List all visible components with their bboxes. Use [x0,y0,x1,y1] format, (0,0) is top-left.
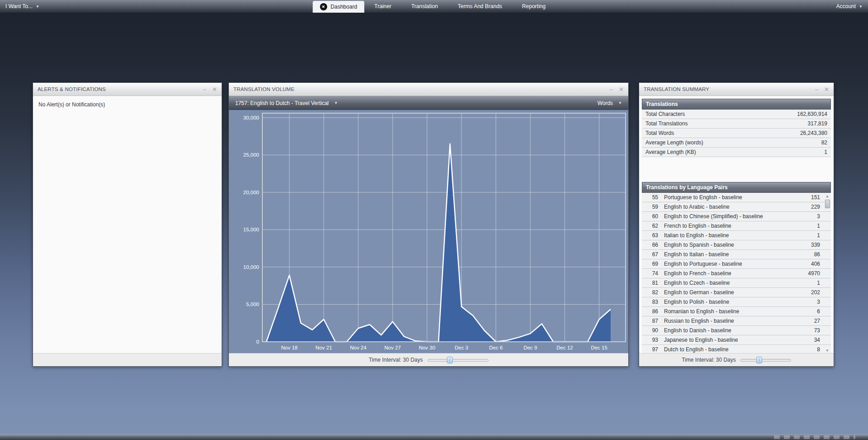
tab-label: Trainer [375,3,392,10]
summary-panel-footer: Time Interval: 30 Days [639,353,834,366]
chevron-down-icon: ▼ [36,0,39,13]
language-pairs-section-header: Translations by Language Pairs [642,182,831,193]
tab-dashboard[interactable]: ✕Dashboard [313,1,365,13]
slider-handle[interactable] [756,357,762,363]
volume-chart-region: 05,00010,00015,00020,00025,00030,000Nov … [229,110,628,354]
svg-text:20,000: 20,000 [243,190,259,195]
language-pair-row[interactable]: 63Italian to English - baseline1 [642,231,831,240]
pair-count: 1 [817,231,820,240]
volume-panel-title: TRANSLATION VOLUME [233,86,294,92]
profile-dropdown[interactable]: 1757: English to Dutch - Travel Vertical… [235,100,338,106]
close-button[interactable]: ✕ [619,86,624,92]
minimize-button[interactable]: – [203,86,206,92]
tab-trainer[interactable]: Trainer [365,0,402,13]
pair-name: English to Czech - baseline [664,278,730,287]
language-pair-row[interactable]: 82English to German - baseline202 [642,288,831,297]
pair-id: 74 [642,269,658,278]
stat-value: 162,630,914 [797,110,827,119]
language-pair-row[interactable]: 74English to French - baseline4970 [642,269,831,278]
svg-text:Nov 24: Nov 24 [350,345,367,350]
pair-count: 3 [817,212,820,221]
pair-name: French to English - baseline [664,221,731,230]
pair-id: 93 [642,335,658,344]
slider-track[interactable] [427,359,489,362]
pair-count: 27 [814,316,820,325]
volume-panel-footer: Time Interval: 30 Days [229,353,628,366]
language-pair-row[interactable]: 81English to Czech - baseline1 [642,278,831,288]
minimize-button[interactable]: – [815,86,818,92]
language-pair-row[interactable]: 93Japanese to English - baseline34 [642,335,831,345]
stat-value: 1 [824,148,827,157]
svg-text:30,000: 30,000 [243,115,259,120]
stat-row: Average Length (words)82 [642,138,831,148]
svg-text:Dec 12: Dec 12 [556,345,573,350]
stat-row: Total Characters162,630,914 [642,110,831,119]
language-pair-row[interactable]: 60English to Chinese (Simplified) - base… [642,212,831,221]
pair-name: English to Chinese (Simplified) - baseli… [664,212,763,221]
language-pair-row[interactable]: 66English to Spanish - baseline339 [642,240,831,250]
pair-name: Russian to English - baseline [664,316,734,325]
svg-text:10,000: 10,000 [243,264,259,270]
account-menu[interactable]: Account▼ [836,0,863,13]
nav-tabs: ✕DashboardTrainerTranslationTerms And Br… [313,0,555,13]
page-footer [0,434,868,440]
footer-brand-logo [774,435,855,439]
pair-id: 90 [642,326,658,335]
scroll-down-icon[interactable]: ▼ [825,349,830,353]
stat-label: Average Length (words) [645,138,703,147]
pair-count: 73 [814,326,820,335]
pair-count: 6 [817,307,820,316]
language-pair-row[interactable]: 59English to Arabic - baseline229 [642,202,831,212]
language-pair-row[interactable]: 67English to Italian - baseline86 [642,250,831,259]
pair-count: 229 [811,202,820,211]
svg-text:Nov 30: Nov 30 [419,345,435,350]
tab-translation[interactable]: Translation [401,0,448,13]
language-pair-row[interactable]: 83English to Polish - baseline3 [642,297,831,307]
pair-name: English to Spanish - baseline [664,240,734,249]
volume-panel-controls: – ✕ [609,86,624,92]
stat-label: Total Translations [645,119,688,128]
stat-value: 317,819 [808,119,827,128]
tab-reporting[interactable]: Reporting [512,0,555,13]
time-interval-slider[interactable] [740,357,791,363]
unit-dropdown[interactable]: Words▼ [598,100,622,106]
language-pair-row[interactable]: 55Portuguese to English - baseline151 [642,193,831,202]
time-interval-label: Time Interval: 30 Days [682,357,736,363]
language-pair-row[interactable]: 62French to English - baseline1 [642,221,831,231]
pair-name: Japanese to English - baseline [664,335,738,344]
i-want-to-menu[interactable]: I Want To...▼ [5,0,39,13]
svg-text:Dec 3: Dec 3 [455,345,468,350]
slider-track[interactable] [740,359,791,362]
top-navbar: I Want To...▼ ✕DashboardTrainerTranslati… [0,0,868,13]
profile-dropdown-value: 1757: English to Dutch - Travel Vertical [235,100,329,106]
language-pairs-scrollbar[interactable]: ▲ ▼ [825,194,830,354]
time-interval-slider[interactable] [427,357,489,363]
minimize-button[interactable]: – [609,86,612,92]
chevron-down-icon: ▼ [334,101,338,105]
language-pair-row[interactable]: 87Russian to English - baseline27 [642,316,831,326]
pair-count: 1 [817,221,820,230]
pair-count: 3 [817,297,820,306]
scrollbar-thumb[interactable] [825,200,830,208]
translation-volume-panel: TRANSLATION VOLUME – ✕ 1757: English to … [228,82,629,367]
summary-panel-controls: – ✕ [815,86,829,92]
summary-panel-title: TRANSLATION SUMMARY [644,86,709,92]
language-pair-row[interactable]: 90English to Danish - baseline73 [642,326,831,335]
tab-terms-and-brands[interactable]: Terms And Brands [448,0,512,13]
pair-id: 97 [642,345,658,354]
pair-name: English to Polish - baseline [664,297,729,306]
tab-label: Reporting [522,3,545,10]
pair-count: 34 [814,335,820,344]
scroll-up-icon[interactable]: ▲ [825,195,830,198]
alerts-panel-title: ALERTS & NOTIFICATIONS [38,86,106,92]
pair-id: 55 [642,193,658,202]
close-circle-icon[interactable]: ✕ [320,3,327,10]
close-button[interactable]: ✕ [824,86,829,92]
tab-label: Terms And Brands [458,3,502,10]
language-pair-row[interactable]: 86Romanian to English - baseline6 [642,307,831,316]
slider-handle[interactable] [447,357,453,363]
language-pair-row[interactable]: 69English to Portuguese - baseline406 [642,259,831,269]
close-button[interactable]: ✕ [212,86,217,92]
stat-value: 82 [821,138,827,147]
svg-text:15,000: 15,000 [243,227,259,232]
